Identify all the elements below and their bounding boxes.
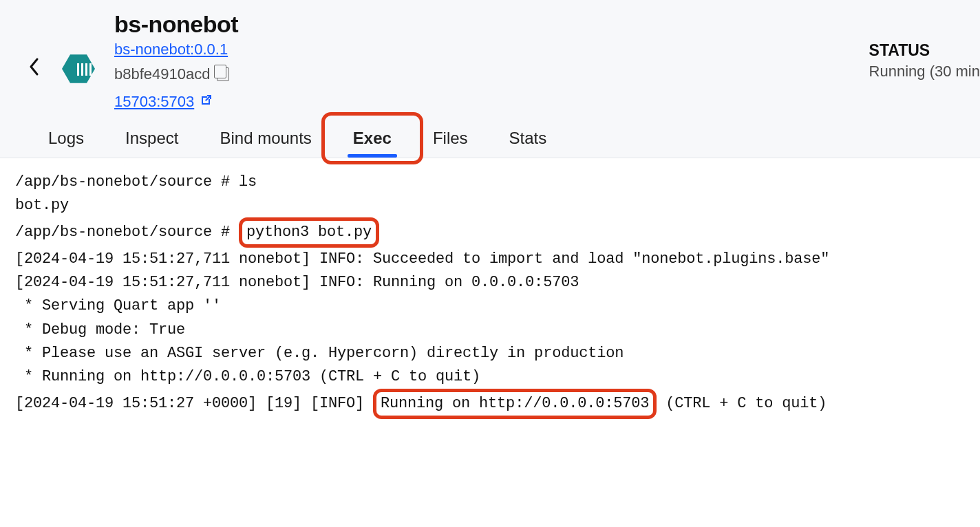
prompt: /app/bs-nonebot/source #	[15, 173, 239, 191]
status-label: STATUS	[869, 41, 980, 60]
tab-files[interactable]: Files	[412, 119, 489, 158]
status-value: Running (30 min	[869, 63, 980, 80]
term-line-1: bot.py	[15, 197, 69, 214]
tabs-row: LogsInspectBind mountsExecFilesStats	[0, 119, 980, 158]
highlight-command: python3 bot.py	[239, 217, 379, 248]
container-header: bs-nonebot bs-nonebot:0.0.1 b8bfe4910acd…	[0, 0, 980, 158]
container-icon	[62, 52, 95, 85]
status-block: STATUS Running (30 min	[869, 41, 980, 80]
log-prefix: [2024-04-19 15:51:27 +0000] [19] [INFO]	[15, 395, 373, 412]
term-line-3: [2024-04-19 15:51:27,711 nonebot] INFO: …	[15, 250, 829, 268]
exec-terminal[interactable]: /app/bs-nonebot/source # ls bot.py /app/…	[0, 158, 980, 419]
log-suffix: (CTRL + C to quit)	[657, 395, 827, 412]
term-line-5: * Serving Quart app ''	[15, 297, 221, 314]
tab-exec[interactable]: Exec	[332, 119, 412, 158]
image-link[interactable]: bs-nonebot:0.0.1	[114, 41, 238, 58]
port-row: 15703:5703	[114, 93, 238, 111]
highlight-running: Running on http://0.0.0.0:5703	[373, 389, 657, 419]
term-line-2: /app/bs-nonebot/source # python3 bot.py	[15, 224, 379, 241]
term-line-0: /app/bs-nonebot/source # ls	[15, 173, 257, 191]
container-bars-icon	[77, 63, 92, 76]
command: ls	[239, 173, 257, 191]
term-line-7: * Please use an ASGI server (e.g. Hyperc…	[15, 345, 624, 362]
highlight-exec-tab	[321, 112, 423, 164]
tab-logs[interactable]: Logs	[28, 119, 105, 158]
external-link-icon[interactable]	[200, 94, 212, 110]
prompt: /app/bs-nonebot/source #	[15, 224, 239, 241]
title-block: bs-nonebot bs-nonebot:0.0.1 b8bfe4910acd…	[114, 11, 238, 111]
term-line-9: [2024-04-19 15:51:27 +0000] [19] [INFO] …	[15, 395, 827, 412]
tab-stats[interactable]: Stats	[489, 119, 568, 158]
tab-bind-mounts[interactable]: Bind mounts	[199, 119, 332, 158]
port-link[interactable]: 15703:5703	[114, 93, 194, 111]
copy-icon[interactable]	[217, 67, 229, 81]
container-title: bs-nonebot	[114, 11, 238, 38]
container-hash: b8bfe4910acd	[114, 65, 210, 83]
term-line-6: * Debug mode: True	[15, 321, 185, 338]
header-inner: bs-nonebot bs-nonebot:0.0.1 b8bfe4910acd…	[0, 11, 980, 119]
back-button[interactable]	[28, 56, 41, 82]
term-line-8: * Running on http://0.0.0.0:5703 (CTRL +…	[15, 368, 480, 385]
tab-inspect[interactable]: Inspect	[105, 119, 199, 158]
chevron-left-icon	[28, 56, 41, 77]
container-hash-row: b8bfe4910acd	[114, 65, 238, 83]
term-line-4: [2024-04-19 15:51:27,711 nonebot] INFO: …	[15, 274, 579, 291]
